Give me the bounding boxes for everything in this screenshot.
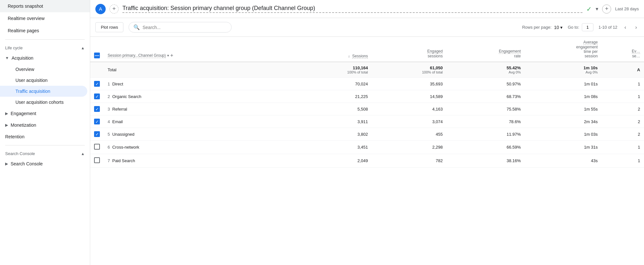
ev-se-col-label[interactable]: Ev… [632,49,640,54]
row-name-cell: 5 Unassigned [104,128,297,141]
check-circle-icon: ✓ [586,5,592,13]
sidebar-item-search-console[interactable]: ▶ Search Console [0,158,90,170]
search-input[interactable] [142,25,227,30]
sidebar-item-engagement[interactable]: ▶ Engagement [0,108,90,119]
total-label: Total [104,62,297,78]
row-name: Organic Search [112,94,141,99]
table-row: 7 Paid Search2,04978238.16%43s1 [90,154,644,168]
total-avg-eng-time: 1m 10s Avg 0% [525,62,602,78]
row-ev-se: 1 [601,78,644,90]
row-name-cell: 4 Email [104,115,297,128]
search-icon: 🔍 [133,24,140,30]
engagement-rate-col-label[interactable]: Engagement [499,49,521,54]
title-actions: ✓ ▾ + [586,5,611,14]
row-engaged-sessions: 455 [372,128,447,141]
row-name: Referral [112,107,127,112]
sidebar-item-reports-snapshot[interactable]: Reports snapshot [0,0,90,12]
search-console-chevron: ▶ [5,162,8,166]
page-title: Traffic acquisition: Session primary cha… [122,5,582,13]
total-cb-cell [90,62,104,78]
sidebar-item-overview[interactable]: Overview [0,64,90,75]
rpp-chevron-icon: ▾ [560,25,562,30]
row-avg-eng-time: 43s [525,154,602,168]
col-header-ev-se: Ev… se… [601,37,644,62]
avg-eng-time-col-label[interactable]: Average [583,40,598,45]
date-range[interactable]: Last 28 days [615,6,639,11]
goto-section: Go to: [568,23,593,31]
sidebar: Reports snapshot Realtime overview Realt… [0,0,90,265]
row-ev-se: 2 [601,128,644,141]
avatar[interactable]: A [95,4,106,14]
row-avg-eng-time: 1m 55s [525,103,602,115]
row-checkbox[interactable]: ✓ [94,131,100,137]
row-name: Direct [112,82,123,86]
dimension-col-label[interactable]: Session primary...Channel Group) [108,53,166,58]
table-body: Total 110,164 100% of total 61,050 100% … [90,62,644,168]
row-avg-eng-time: 2m 34s [525,115,602,128]
row-name-cell: 1 Direct [104,78,297,90]
row-checkbox[interactable]: ✓ [94,119,100,124]
row-ev-se: 2 [601,115,644,128]
add-dimension-button[interactable]: + [170,53,173,58]
col-header-dimension: Session primary...Channel Group) ▾ + [104,37,297,62]
row-number: 7 [108,158,110,163]
row-checkbox[interactable]: ✓ [94,93,100,99]
add-account-button[interactable]: + [110,5,119,14]
next-page-button[interactable]: › [633,23,639,32]
sidebar-item-realtime-pages[interactable]: Realtime pages [0,25,90,37]
acquisition-chevron: ▼ [5,56,9,60]
sort-arrow-icon: ↓ [348,54,350,58]
goto-label: Go to: [568,25,579,30]
search-console-section-chevron: ▲ [81,152,85,156]
sidebar-section-search-console[interactable]: Search Console ▲ [0,148,90,158]
table-row: ✓5 Unassigned3,80245511.97%1m 03s2 [90,128,644,141]
col-header-engaged-sessions: Engaged sessions [372,37,447,62]
row-engaged-sessions: 3,074 [372,115,447,128]
lifecycle-chevron: ▲ [81,46,85,50]
total-engaged-sessions: 61,050 100% of total [372,62,447,78]
dimension-col-chevron[interactable]: ▾ [167,54,169,58]
sidebar-item-monetization[interactable]: ▶ Monetization [0,119,90,131]
prev-page-button[interactable]: ‹ [622,23,628,32]
engaged-sessions-col-label[interactable]: Engaged [427,49,443,54]
row-name-cell: 3 Referral [104,103,297,115]
goto-input[interactable] [582,23,593,31]
sessions-col-label[interactable]: Sessions [352,54,368,59]
table-row: ✓4 Email3,9113,07478.6%2m 34s2 [90,115,644,128]
topbar: A + Traffic acquisition: Session primary… [90,0,644,18]
sidebar-item-traffic-acquisition[interactable]: Traffic acquisition [0,86,87,97]
row-avg-eng-time: 1m 08s [525,90,602,103]
table-row: ✓3 Referral5,5084,16375.58%1m 55s2 [90,103,644,115]
row-number: 4 [108,119,110,124]
row-name: Unassigned [112,132,134,137]
sidebar-item-acquisition[interactable]: ▼ Acquisition [0,52,90,64]
row-checkbox[interactable]: ✓ [94,81,100,87]
data-table: — Session primary...Channel Group) ▾ + ↓… [90,37,644,168]
sidebar-item-user-acquisition-cohorts[interactable]: User acquisition cohorts [0,97,90,108]
row-name: Cross-network [112,145,139,150]
row-engaged-sessions: 35,693 [372,78,447,90]
sidebar-item-retention[interactable]: Retention [0,131,90,142]
add-report-button[interactable]: + [602,5,611,14]
table-toolbar: Plot rows 🔍 Rows per page: 10 ▾ Go to: 1… [90,18,644,37]
row-cb-cell: ✓ [90,90,104,103]
rows-per-page-select[interactable]: 10 ▾ [554,25,563,30]
sidebar-section-lifecycle[interactable]: Life cycle ▲ [0,42,90,52]
select-all-checkbox[interactable]: — [94,53,100,58]
sidebar-item-user-acquisition[interactable]: User acquisition [0,75,90,86]
row-engaged-sessions: 2,298 [372,141,447,154]
row-checkbox[interactable]: ✓ [94,106,100,112]
col-header-engagement-rate: Engagement rate [447,37,524,62]
title-dropdown-button[interactable]: ▾ [594,5,600,13]
plot-rows-button[interactable]: Plot rows [95,22,123,32]
pagination-info: 1-10 of 12 [599,25,618,30]
row-name-cell: 6 Cross-network [104,141,297,154]
row-cb-cell: ✓ [90,103,104,115]
col-header-avg-engagement-time: Average engagement time per session [525,37,602,62]
total-ev-se: A [601,62,644,78]
row-checkbox[interactable] [94,144,100,150]
sidebar-item-realtime-overview[interactable]: Realtime overview [0,12,90,25]
row-checkbox[interactable] [94,157,100,163]
row-sessions: 2,049 [297,154,372,168]
row-sessions: 5,508 [297,103,372,115]
